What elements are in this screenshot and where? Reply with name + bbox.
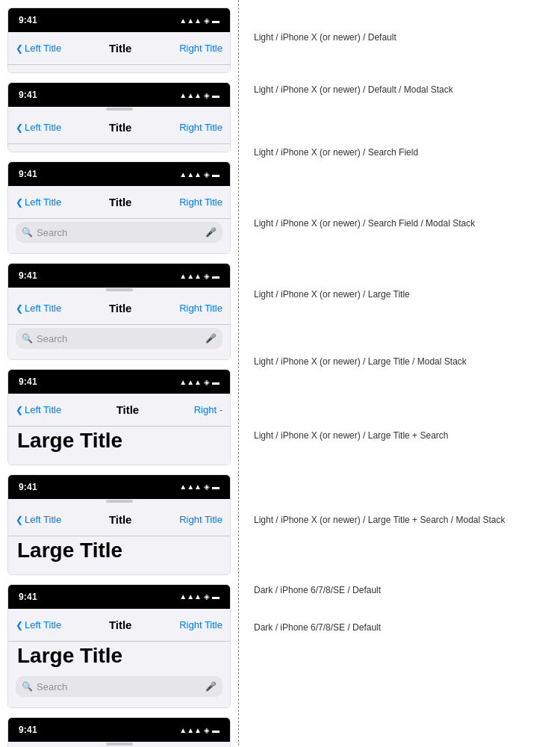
nav-left-3[interactable]: Left Title [16,196,61,208]
status-bar-6: 9:41 ▲▲▲ ◈ ▬ [8,475,230,499]
notch-4 [90,264,149,277]
time-2: 9:41 [19,90,37,100]
status-icons-8: ▲▲▲ ◈ ▬ [179,726,220,734]
time-6: 9:41 [19,482,37,492]
notch-7 [90,585,149,598]
search-placeholder-3: Search [37,227,202,238]
variant-label-3: Light / iPhone X (or newer) / Search Fie… [254,147,418,159]
label-section-10: Dark / iPhone 6/7/8/SE / Default [254,617,545,639]
status-icons-2: ▲▲▲ ◈ ▬ [179,91,220,99]
nav-left-1[interactable]: Left Title [16,43,61,54]
signal-icon-6: ▲▲▲ [179,483,202,491]
time-7: 9:41 [19,592,37,602]
variant-label-1: Light / iPhone X (or newer) / Default [254,32,396,44]
notch-5 [90,370,149,383]
notch-2 [90,83,149,96]
status-icons-1: ▲▲▲ ◈ ▬ [179,16,220,25]
left-panel: 9:41 ▲▲▲ ◈ ▬ Left Title Title Right Titl… [0,0,239,747]
modal-handle-2 [106,108,133,111]
content-area-2 [8,144,230,152]
nav-bar-7: Left Title Title Right Title [8,609,230,642]
signal-icon-1: ▲▲▲ [179,16,202,25]
signal-icon-2: ▲▲▲ [179,91,202,99]
nav-left-4[interactable]: Left Title [16,303,61,314]
status-bar-5: 9:41 ▲▲▲ ◈ ▬ [8,370,230,394]
variant-label-2: Light / iPhone X (or newer) / Default / … [254,84,453,96]
iphone-mockup-2: 9:41 ▲▲▲ ◈ ▬ Left Title Title Right Titl… [7,82,231,152]
iphone-mockup-7: 9:41 ▲▲▲ ◈ ▬ Left Title Title Right Titl… [7,584,231,709]
label-section-6: Light / iPhone X (or newer) / Large Titl… [254,329,545,396]
nav-bar-3: Left Title Title Right Title [8,186,230,219]
wifi-icon-3: ◈ [204,170,210,179]
right-panel: Light / iPhone X (or newer) / Default Li… [239,0,560,747]
nav-left-2[interactable]: Left Title [16,122,61,133]
search-icon-3: 🔍 [22,227,33,238]
search-placeholder-4: Search [37,333,202,344]
wifi-icon-7: ◈ [204,592,210,601]
variant-label-9: Dark / iPhone 6/7/8/SE / Default [254,585,381,597]
search-field-7[interactable]: 🔍 Search 🎤 [16,676,223,697]
nav-bar-6: Left Title Title Right Title [8,503,230,536]
nav-left-5[interactable]: Left Title [16,404,61,415]
nav-left-7[interactable]: Left Title [16,619,61,630]
battery-icon-2: ▬ [212,91,220,99]
nav-right-6[interactable]: Right Title [179,514,223,525]
modal-handle-4 [106,288,133,291]
mic-icon-4: 🎤 [205,333,217,344]
mic-icon-3: 🎤 [205,227,217,238]
nav-left-label-4: Left Title [25,303,61,314]
nav-bar-5: Left Title Title Right - [8,394,230,427]
variant-label-10: Dark / iPhone 6/7/8/SE / Default [254,622,381,634]
nav-bar-4: Left Title Title Right Title [8,292,230,325]
time-8: 9:41 [19,725,37,735]
search-field-3[interactable]: 🔍 Search 🎤 [16,222,223,243]
large-title-bar-6: Large Title [8,536,230,568]
wifi-icon-4: ◈ [204,272,210,280]
notch-8 [90,718,149,731]
large-title-text-5: Large Title [17,429,122,452]
nav-right-1[interactable]: Right Title [179,43,223,54]
modal-handle-8 [106,743,133,746]
iphone-mockup-1: 9:41 ▲▲▲ ◈ ▬ Left Title Title Right Titl… [7,7,231,73]
wifi-icon-5: ◈ [204,378,210,386]
status-icons-5: ▲▲▲ ◈ ▬ [179,378,220,386]
content-area-5 [8,459,230,465]
iphone-mockup-5: 9:41 ▲▲▲ ◈ ▬ Left Title Title Right - La… [7,369,231,465]
chevron-icon-4 [16,303,23,314]
search-icon-4: 🔍 [22,333,33,344]
signal-icon-3: ▲▲▲ [179,170,202,179]
nav-left-label-3: Left Title [25,196,61,208]
label-section-5: Light / iPhone X (or newer) / Large Titl… [254,261,545,329]
status-bar-7: 9:41 ▲▲▲ ◈ ▬ [8,585,230,609]
status-icons-3: ▲▲▲ ◈ ▬ [179,170,220,179]
wifi-icon-8: ◈ [204,726,210,734]
search-bar-3: 🔍 Search 🎤 [8,219,230,247]
nav-left-label-2: Left Title [25,122,61,133]
nav-right-5[interactable]: Right - [194,404,223,415]
label-section-8: Light / iPhone X (or newer) / Large Titl… [254,477,545,565]
large-title-bar-5: Large Title [8,427,230,459]
time-1: 9:41 [19,15,37,25]
variant-label-8: Light / iPhone X (or newer) / Large Titl… [254,515,505,527]
status-bar-3: 9:41 ▲▲▲ ◈ ▬ [8,162,230,186]
time-3: 9:41 [19,169,37,179]
nav-right-3[interactable]: Right Title [179,196,223,208]
nav-title-4: Title [109,302,132,314]
nav-left-6[interactable]: Left Title [16,514,61,525]
label-section-3: Light / iPhone X (or newer) / Search Fie… [254,120,545,187]
nav-title-1: Title [109,42,132,55]
battery-icon-8: ▬ [212,726,220,734]
nav-left-label-7: Left Title [25,619,61,630]
nav-right-4[interactable]: Right Title [179,303,223,314]
iphone-mockup-3: 9:41 ▲▲▲ ◈ ▬ Left Title Title Right Titl… [7,161,231,254]
nav-right-7[interactable]: Right Title [179,619,223,630]
battery-icon-1: ▬ [212,16,220,25]
nav-title-7: Title [109,619,132,631]
mic-icon-7: 🎤 [205,681,217,692]
search-field-4[interactable]: 🔍 Search 🎤 [16,328,223,349]
nav-bar-2: Left Title Title Right Title [8,111,230,144]
variant-label-4: Light / iPhone X (or newer) / Search Fie… [254,218,475,230]
status-bar-4: 9:41 ▲▲▲ ◈ ▬ [8,264,230,288]
chevron-icon-1 [16,43,23,54]
nav-right-2[interactable]: Right Title [179,122,223,133]
